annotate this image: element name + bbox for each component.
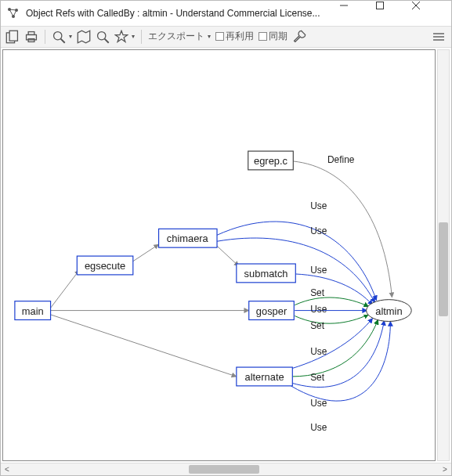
edge-label-define: Define xyxy=(327,154,355,165)
edge-label-use1: Use xyxy=(310,200,327,211)
reuse-label: 再利用 xyxy=(226,30,254,43)
svg-line-5 xyxy=(13,10,16,16)
sync-checkbox[interactable]: 同期 xyxy=(259,30,287,43)
app-icon xyxy=(7,7,20,20)
edge-label-set2: Set xyxy=(310,320,325,331)
horizontal-scroll-thumb[interactable] xyxy=(189,465,259,474)
copy-icon[interactable] xyxy=(5,30,20,44)
toolbar: ▾ ▾ エクスポート ▾ 再利用 同期 xyxy=(1,26,451,48)
canvas-area: Define Use Use Use Set Use Set Use xyxy=(1,48,451,463)
edge-gosper-set1 xyxy=(295,298,368,307)
svg-rect-7 xyxy=(377,2,384,9)
reuse-checkbox[interactable]: 再利用 xyxy=(215,30,254,43)
star-icon[interactable] xyxy=(114,30,128,44)
svg-line-4 xyxy=(9,9,13,16)
node-egsecute[interactable]: egsecute xyxy=(77,256,132,275)
node-alternate[interactable]: alternate xyxy=(237,367,292,386)
svg-text:alternate: alternate xyxy=(244,371,284,383)
svg-rect-11 xyxy=(9,31,17,41)
svg-text:gosper: gosper xyxy=(256,305,287,316)
edge-label-set3: Set xyxy=(310,372,325,383)
scroll-right-arrow[interactable]: > xyxy=(439,465,451,474)
horizontal-scrollbar[interactable]: < > xyxy=(1,463,451,475)
scroll-left-arrow[interactable]: < xyxy=(1,465,13,474)
application-window: Object Refs with CalledBy : altmin - Und… xyxy=(0,0,452,476)
vertical-scrollbar[interactable] xyxy=(437,49,450,461)
wrench-icon[interactable] xyxy=(292,30,306,44)
svg-text:main: main xyxy=(22,305,44,316)
edge-alternate-use1 xyxy=(291,318,372,369)
svg-point-17 xyxy=(98,31,106,39)
vertical-scroll-thumb[interactable] xyxy=(439,222,448,316)
node-egrep-c[interactable]: egrep.c xyxy=(248,151,294,170)
export-button[interactable]: エクスポート xyxy=(148,30,204,43)
search-icon[interactable] xyxy=(96,30,110,44)
export-dropdown-caret[interactable]: ▾ xyxy=(208,33,211,40)
edge-label-use2: Use xyxy=(310,225,327,236)
window-title: Object Refs with CalledBy : altmin - Und… xyxy=(26,8,340,19)
titlebar: Object Refs with CalledBy : altmin - Und… xyxy=(1,1,451,26)
edge-chimaera-submatch xyxy=(217,246,239,266)
edge-label-use5: Use xyxy=(310,346,327,357)
edge-egrepc-define xyxy=(293,161,392,298)
graph-canvas[interactable]: Define Use Use Use Set Use Set Use xyxy=(2,49,436,461)
svg-point-15 xyxy=(54,31,62,39)
node-gosper[interactable]: gosper xyxy=(249,301,295,320)
star-dropdown-caret[interactable]: ▾ xyxy=(132,33,135,40)
map-icon[interactable] xyxy=(77,30,91,44)
close-button[interactable] xyxy=(412,2,448,25)
minimize-button[interactable] xyxy=(340,2,376,25)
checkbox-box xyxy=(259,32,267,41)
edge-main-alternate xyxy=(50,314,237,376)
svg-text:chimaera: chimaera xyxy=(167,233,209,244)
node-altmin[interactable]: altmin xyxy=(367,300,412,322)
edge-egsecute-chimaera xyxy=(132,244,159,262)
maximize-button[interactable] xyxy=(376,2,412,25)
edge-label-use6: Use xyxy=(310,398,327,409)
zoom-dropdown-caret[interactable]: ▾ xyxy=(69,33,72,40)
print-icon[interactable] xyxy=(24,30,38,44)
svg-text:altmin: altmin xyxy=(375,305,402,316)
edge-label-set1: Set xyxy=(310,287,325,298)
node-chimaera[interactable]: chimaera xyxy=(159,229,217,247)
toolbar-separator xyxy=(141,30,142,44)
edge-gosper-set2 xyxy=(295,314,368,323)
svg-rect-13 xyxy=(28,31,34,34)
toolbar-separator xyxy=(45,30,45,44)
edge-alternate-set xyxy=(291,319,378,376)
checkbox-box xyxy=(215,32,224,41)
edge-alternate-use3 xyxy=(291,321,390,401)
node-main[interactable]: main xyxy=(15,301,51,320)
svg-line-18 xyxy=(105,38,109,42)
edge-main-egsecute xyxy=(50,270,80,309)
sync-label: 同期 xyxy=(269,30,287,43)
svg-text:submatch: submatch xyxy=(244,268,288,279)
edge-label-use4: Use xyxy=(310,303,327,314)
svg-line-16 xyxy=(61,38,65,42)
edge-label-use7: Use xyxy=(310,422,327,433)
node-submatch[interactable]: submatch xyxy=(237,264,295,283)
edge-alternate-use2 xyxy=(291,320,384,387)
svg-text:egsecute: egsecute xyxy=(85,260,125,272)
svg-text:egrep.c: egrep.c xyxy=(254,155,288,167)
hamburger-menu-icon[interactable] xyxy=(431,29,447,45)
zoom-icon[interactable] xyxy=(52,30,66,44)
edge-label-use3: Use xyxy=(310,265,327,276)
